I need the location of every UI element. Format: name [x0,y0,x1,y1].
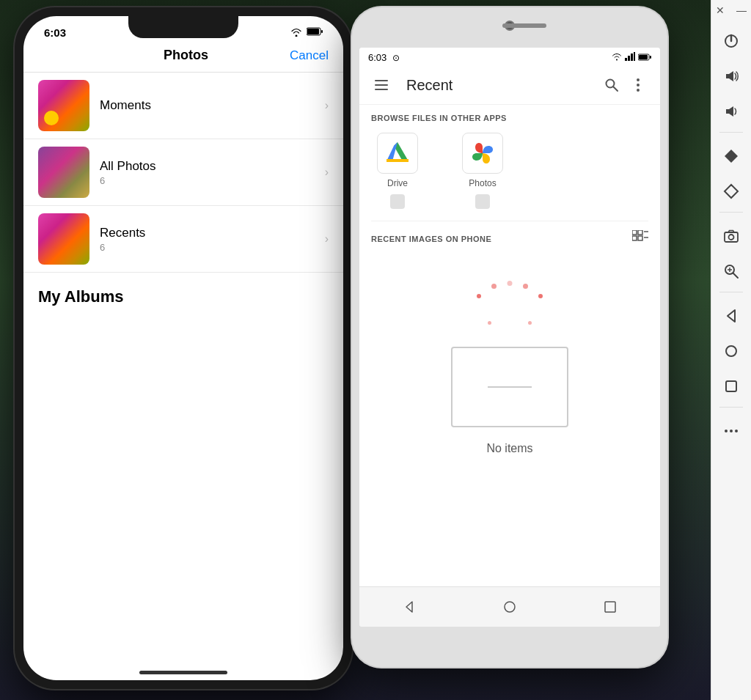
circle-nav-button[interactable] [717,336,746,366]
android-speaker [502,23,546,28]
drive-badge [390,194,405,209]
ios-nav-title: Photos [164,48,208,63]
ios-list-item-all-photos[interactable]: All Photos 6 › [23,139,343,206]
zoom-tool-button[interactable] [717,257,746,286]
toolbar-separator [719,132,743,133]
svg-rect-34 [725,232,738,242]
back-nav-button[interactable] [717,301,746,331]
square-nav-button[interactable] [717,372,746,401]
chevron-right-icon: › [325,232,329,246]
window-close-button[interactable]: ✕ [716,4,725,16]
power-button[interactable] [717,26,746,56]
svg-rect-19 [632,230,637,235]
chevron-right-icon: › [325,166,329,179]
android-empty-state: No items [359,251,660,485]
android-content: BROWSE FILES IN OTHER APPS [359,105,660,611]
svg-marker-32 [725,150,738,163]
android-toolbar: Recent [359,66,660,105]
android-search-button[interactable] [598,72,625,98]
photos-app-item[interactable]: Photos [462,133,503,209]
android-status-bar: 6:03 ⊙ [359,48,660,66]
all-photos-title: All Photos [100,159,315,174]
android-wifi-icon [612,52,622,63]
diamond-outline-tool-button[interactable] [717,177,746,206]
photos-icon [462,133,503,174]
camera-tool-button[interactable] [717,221,746,251]
svg-point-43 [725,430,728,432]
wifi-icon [290,27,302,39]
ios-list-item-recents[interactable]: Recents 6 › [23,206,343,273]
my-albums-header: My Albums [23,273,343,312]
no-items-label: No items [486,442,532,455]
android-screen: 6:03 ⊙ [359,48,660,627]
chevron-right-icon: › [325,99,329,112]
android-signal-icon [625,52,635,63]
moments-info: Moments [100,98,315,113]
svg-rect-8 [639,55,648,59]
android-nav-bar [359,586,660,627]
svg-marker-25 [406,602,412,612]
toolbar-separator-3 [719,292,743,292]
search-icon [604,78,619,92]
all-photos-count: 6 [100,175,315,186]
window-minimize-button[interactable]: — [736,4,747,16]
svg-line-37 [733,273,739,279]
list-view-icon[interactable] [632,230,648,247]
recents-title: Recents [100,226,315,240]
home-circle-icon [503,600,516,614]
svg-rect-5 [631,54,633,61]
android-toolbar-title: Recent [406,77,598,94]
more-options-button[interactable] [717,416,746,446]
photos-label: Photos [469,178,496,188]
all-photos-info: All Photos 6 [100,159,315,186]
ios-cancel-button[interactable]: Cancel [290,48,329,63]
svg-marker-31 [726,106,733,117]
moments-thumbnail [38,80,89,131]
svg-point-12 [637,78,640,81]
android-status-left: 6:03 ⊙ [368,52,400,63]
svg-point-41 [726,346,736,356]
android-more-button[interactable] [625,72,651,98]
more-vert-icon [637,78,640,92]
empty-image-line [488,386,532,388]
svg-rect-42 [726,381,736,391]
ios-list-item-moments[interactable]: Moments › [23,73,343,139]
recents-square-icon [604,601,616,613]
ios-time: 6:03 [44,26,66,39]
photos-badge [475,194,490,209]
svg-rect-18 [387,159,409,162]
svg-rect-9 [650,56,651,59]
android-back-button[interactable] [395,592,424,622]
drive-icon [377,133,418,174]
hamburger-menu-button[interactable] [368,72,395,98]
toolbar-separator-4 [719,407,743,408]
moments-title: Moments [100,98,315,113]
svg-point-45 [735,430,738,432]
diamond-tool-button[interactable] [717,141,746,171]
ios-photo-list: Moments › All Photos 6 › Recents 6 › [23,73,343,273]
recents-info: Recents 6 [100,226,315,253]
ios-phone-screen: 6:03 [23,16,343,680]
drive-app-item[interactable]: Drive [377,133,418,209]
svg-point-35 [729,235,734,240]
svg-rect-4 [628,56,630,61]
ios-home-indicator[interactable] [139,671,227,674]
svg-rect-21 [632,236,637,240]
svg-marker-30 [726,71,733,81]
browse-section-label: BROWSE FILES IN OTHER APPS [359,105,660,127]
recent-images-header: RECENT IMAGES ON PHONE [359,221,660,251]
recents-thumbnail [38,213,89,265]
ios-nav-bar: Photos Cancel [23,42,343,73]
android-home-button[interactable] [495,592,524,622]
svg-rect-2 [321,30,323,33]
loading-spinner [473,281,546,325]
android-recents-button[interactable] [596,592,625,622]
svg-rect-20 [638,230,642,235]
svg-marker-40 [728,310,735,322]
svg-rect-27 [605,602,615,612]
ios-phone: 6:03 [15,7,352,689]
volume-down-button[interactable] [717,97,746,126]
right-toolbar: ✕ — [711,0,751,700]
battery-icon [307,27,323,38]
volume-up-button[interactable] [717,62,746,91]
